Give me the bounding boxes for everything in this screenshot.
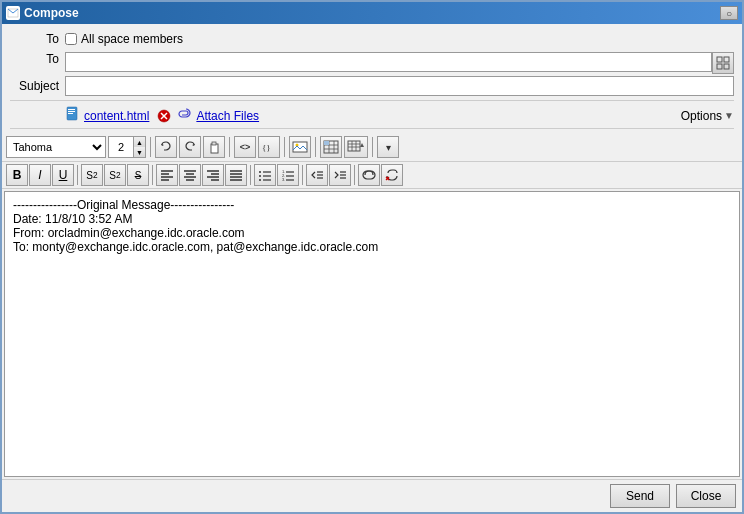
attachment-filename: content.html [84, 109, 149, 123]
align-justify-btn[interactable] [225, 164, 247, 186]
bottom-bar: Send Close [2, 479, 742, 512]
paperclip-icon [177, 106, 193, 125]
italic-btn[interactable]: I [29, 164, 51, 186]
editor-wrapper: ----------------Original Message--------… [2, 189, 742, 479]
original-message-line1: ----------------Original Message--------… [13, 198, 731, 212]
all-space-members-checkbox[interactable] [65, 33, 77, 45]
underline-btn[interactable]: U [52, 164, 74, 186]
html-icon: <> [240, 142, 251, 152]
options-label: Options [681, 109, 722, 123]
to-label-2: To [10, 52, 65, 66]
font-size-up-btn[interactable]: ▲ [133, 137, 145, 147]
superscript-btn[interactable]: S2 [104, 164, 126, 186]
indent-more-btn[interactable] [329, 164, 351, 186]
window-title: Compose [24, 6, 716, 20]
align-right-btn[interactable] [202, 164, 224, 186]
svg-rect-3 [717, 64, 722, 69]
original-message-from: From: orcladmin@exchange.idc.oracle.com [13, 226, 731, 240]
to-field-wrap: orcladmin@exchange.idc.oracle.com [65, 52, 712, 72]
subject-input[interactable]: Re: [No Subject]multiple [65, 76, 734, 96]
redo-btn[interactable] [179, 136, 201, 158]
svg-rect-2 [724, 57, 729, 62]
svg-rect-1 [717, 57, 722, 62]
email-editor[interactable]: ----------------Original Message--------… [4, 191, 740, 477]
form-area: To All space members To orcladmin@exchan… [2, 24, 742, 133]
font-size-input[interactable]: 2 [109, 137, 133, 157]
remove-link-btn[interactable] [381, 164, 403, 186]
send-button[interactable]: Send [610, 484, 670, 508]
insert-link-btn[interactable] [358, 164, 380, 186]
toolbar-sep-1 [150, 137, 151, 157]
to-expand-button[interactable] [712, 52, 734, 74]
more-btn[interactable]: ▾ [377, 136, 399, 158]
table-extra-btn[interactable] [344, 136, 368, 158]
attachments-row: content.html Attach Files [10, 103, 734, 129]
html-source-btn[interactable]: <> [234, 136, 256, 158]
svg-rect-13 [212, 142, 216, 145]
window-close-btn[interactable]: ○ [720, 6, 738, 20]
to-label-1: To [10, 32, 65, 46]
to-input[interactable]: orcladmin@exchange.idc.oracle.com [65, 52, 712, 72]
remove-attachment-btn[interactable] [157, 109, 171, 123]
attach-files-label: Attach Files [196, 109, 259, 123]
svg-marker-28 [360, 143, 364, 147]
fmt-sep-4 [302, 165, 303, 185]
toolbar-row-1: Tahoma 2 ▲ ▼ <> {} [2, 133, 742, 162]
table-btn[interactable] [320, 136, 342, 158]
toolbar-sep-3 [284, 137, 285, 157]
subscript-btn[interactable]: S2 [81, 164, 103, 186]
options-btn[interactable]: Options ▼ [681, 109, 734, 123]
to-input-row: To orcladmin@exchange.idc.oracle.com [10, 52, 734, 74]
subject-row: Subject Re: [No Subject]multiple [10, 76, 734, 101]
svg-rect-15 [293, 142, 307, 152]
file-doc-icon [65, 106, 81, 125]
undo-btn[interactable] [155, 136, 177, 158]
options-arrow-icon: ▼ [724, 110, 734, 121]
original-message-to: To: monty@exchange.idc.oracle.com, pat@e… [13, 240, 731, 254]
svg-text:3.: 3. [282, 177, 285, 181]
image-btn[interactable] [289, 136, 311, 158]
fmt-sep-3 [250, 165, 251, 185]
svg-rect-22 [324, 141, 329, 145]
close-button[interactable]: Close [676, 484, 736, 508]
format-toolbar-row: B I U S2 S2 S 1.2.3. [2, 162, 742, 189]
svg-rect-23 [348, 141, 360, 151]
svg-point-49 [259, 179, 261, 181]
subject-label: Subject [10, 79, 65, 93]
svg-rect-8 [68, 113, 73, 114]
svg-rect-4 [724, 64, 729, 69]
indent-less-btn[interactable] [306, 164, 328, 186]
svg-rect-7 [68, 111, 75, 112]
window-icon [6, 6, 20, 20]
fmt-sep-1 [77, 165, 78, 185]
attachment-file[interactable]: content.html [65, 106, 149, 125]
svg-rect-6 [68, 109, 75, 110]
unordered-list-btn[interactable] [254, 164, 276, 186]
to-checkbox-row: To All space members [10, 28, 734, 50]
compose-window: Compose ○ To All space members To orclad… [0, 0, 744, 514]
fmt-sep-5 [354, 165, 355, 185]
all-space-members-label: All space members [81, 32, 183, 46]
align-center-btn[interactable] [179, 164, 201, 186]
bold-btn[interactable]: B [6, 164, 28, 186]
svg-text:{}: {} [262, 143, 271, 153]
toolbar-sep-4 [315, 137, 316, 157]
svg-point-45 [259, 171, 261, 173]
attach-files-btn[interactable]: Attach Files [177, 106, 259, 125]
font-family-select[interactable]: Tahoma [6, 136, 106, 158]
title-bar: Compose ○ [2, 2, 742, 24]
original-message-date: Date: 11/8/10 3:52 AM [13, 212, 731, 226]
align-left-btn[interactable] [156, 164, 178, 186]
font-size-down-btn[interactable]: ▼ [133, 147, 145, 157]
toolbar-sep-5 [372, 137, 373, 157]
ordered-list-btn[interactable]: 1.2.3. [277, 164, 299, 186]
code-btn[interactable]: {} [258, 136, 280, 158]
paste-btn[interactable] [203, 136, 225, 158]
svg-point-47 [259, 175, 261, 177]
toolbar-sep-2 [229, 137, 230, 157]
font-size-arrows: ▲ ▼ [133, 137, 145, 157]
strikethrough-btn[interactable]: S [127, 164, 149, 186]
font-size-control: 2 ▲ ▼ [108, 136, 146, 158]
all-space-members-area: All space members [65, 32, 183, 46]
fmt-sep-2 [152, 165, 153, 185]
